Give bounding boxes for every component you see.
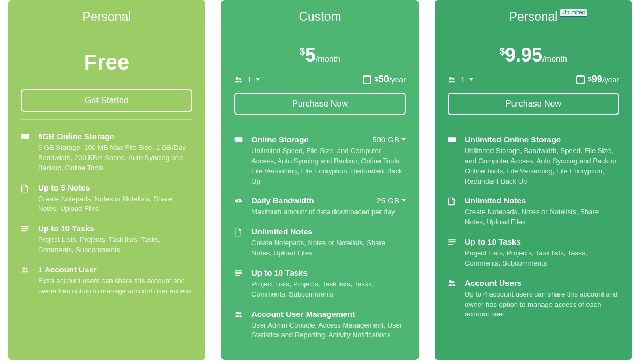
feature-header: Unlimited Online Storage [465, 135, 619, 144]
feature-title: Unlimited Notes [251, 227, 312, 236]
yearly-toggle[interactable]: $50/year [363, 74, 406, 85]
feature-header: Account User Management [251, 309, 406, 318]
feature-item: Up to 10 TasksProject Lists, Projects, T… [234, 263, 406, 304]
plan-title: Custom [234, 10, 406, 31]
note-icon [234, 227, 244, 259]
feature-body: Unlimited NotesCreate Notepads, Notes or… [465, 196, 619, 228]
feature-title: Account Users [465, 278, 522, 287]
users-selector[interactable]: 1 [234, 75, 260, 84]
chevron-down-icon [401, 199, 406, 202]
feature-description: Maximum amount of data downloaded per da… [251, 205, 406, 217]
feature-body: Up to 10 TasksProject Lists, Projects, T… [251, 268, 406, 300]
feature-value: 500 GB [372, 135, 399, 144]
tasks-icon [234, 268, 244, 300]
currency-symbol: $ [500, 46, 505, 57]
divider [21, 119, 192, 120]
plan-card-premium: PersonalUnlimited $9.95/month 1 $99/year… [435, 0, 632, 360]
feature-description: Unlimited Storage, Bandwidth, Speed, Fil… [465, 144, 619, 186]
feature-description: Create Notepads, Notes or Notelists, Sha… [38, 192, 192, 215]
price-period: /month [542, 54, 567, 63]
feature-body: Unlimited NotesCreate Notepads, Notes or… [251, 227, 406, 259]
feature-title: Daily Bandwidth [251, 196, 314, 205]
feature-description: Project Lists, Projects, Task lists, Tas… [38, 233, 192, 255]
feature-item: Daily Bandwidth25 GBMaximum amount of da… [234, 191, 406, 222]
plan-price: $5/month [234, 40, 406, 71]
currency-symbol: $ [375, 75, 378, 83]
price-period: /month [316, 54, 340, 63]
note-icon [21, 183, 31, 215]
checkbox-icon [576, 75, 585, 84]
feature-description: Extra account users can share this accou… [38, 274, 192, 297]
users-icon [234, 309, 244, 341]
chevron-down-icon [469, 78, 473, 81]
plan-price: Free [21, 40, 192, 89]
feature-title: 5GB Online Storage [38, 132, 114, 141]
yearly-toggle[interactable]: $99/year [576, 74, 619, 85]
get-started-button[interactable]: Get Started [21, 89, 192, 112]
currency-symbol: $ [300, 46, 305, 57]
unlimited-badge: Unlimited [560, 9, 587, 17]
feature-header: Unlimited Notes [465, 196, 619, 205]
feature-description: User Admin Console, Access Management, U… [251, 318, 406, 341]
purchase-now-button[interactable]: Purchase Now [448, 93, 619, 115]
feature-title: Unlimited Online Storage [465, 135, 561, 144]
feature-item: Up to 5 NotesCreate Notepads, Notes or N… [21, 178, 192, 219]
purchase-now-button[interactable]: Purchase Now [234, 93, 406, 115]
feature-item: 1 Account UserExtra account users can sh… [21, 260, 192, 301]
checkbox-icon [363, 75, 371, 84]
users-icon [21, 265, 31, 297]
feature-header: 1 Account User [38, 265, 192, 274]
feature-header: Online Storage500 GB [251, 135, 406, 144]
feature-header: Account Users [465, 278, 619, 287]
feature-item: Account User ManagementUser Admin Consol… [234, 304, 406, 345]
feature-value-selector[interactable]: 500 GB [372, 135, 406, 144]
plan-card-free: Personal Free Get Started 5GB Online Sto… [8, 0, 205, 360]
feature-header: Up to 10 Tasks [465, 237, 619, 246]
tasks-icon [448, 237, 457, 269]
feature-body: 5GB Online Storage5 GB Storage, 100 MB M… [38, 132, 192, 173]
note-icon [448, 196, 457, 228]
feature-header: Up to 10 Tasks [38, 224, 192, 233]
feature-value: 25 GB [376, 196, 399, 205]
feature-title: Up to 10 Tasks [465, 237, 521, 246]
feature-description: Project Lists, Projects, Task lists, Tas… [251, 277, 406, 300]
feature-header: Daily Bandwidth25 GB [251, 196, 406, 205]
feature-title: Unlimited Notes [465, 196, 526, 205]
feature-list: Unlimited Online StorageUnlimited Storag… [448, 130, 619, 324]
users-selector[interactable]: 1 [448, 75, 473, 84]
feature-body: Account UsersUp to 4 account users can s… [465, 278, 619, 320]
feature-value-selector[interactable]: 25 GB [376, 196, 406, 205]
users-icon [448, 76, 456, 84]
plan-title: Personal [21, 10, 192, 31]
feature-body: Up to 5 NotesCreate Notepads, Notes or N… [38, 183, 192, 215]
price-amount: 5 [305, 44, 316, 66]
yearly-period: /year [389, 75, 406, 84]
chevron-down-icon [401, 138, 406, 141]
feature-item: Up to 10 TasksProject Lists, Projects, T… [21, 218, 192, 260]
feature-description: Project Lists, Projects, Task lists, Tas… [465, 246, 619, 269]
yearly-period: /year [602, 75, 619, 84]
feature-item: Unlimited Online StorageUnlimited Storag… [448, 130, 619, 191]
pricing-row: Personal Free Get Started 5GB Online Sto… [0, 0, 640, 360]
currency-symbol: $ [588, 75, 592, 83]
feature-body: Unlimited Online StorageUnlimited Storag… [465, 135, 619, 186]
feature-item: Account UsersUp to 4 account users can s… [448, 273, 619, 324]
yearly-amount: 50 [378, 74, 389, 85]
divider [234, 33, 406, 33]
hdd-icon [21, 132, 31, 173]
users-icon [448, 278, 457, 320]
users-icon [234, 76, 243, 84]
feature-title: Up to 10 Tasks [38, 224, 94, 233]
feature-item: Unlimited NotesCreate Notepads, Notes or… [448, 191, 619, 232]
feature-header: 5GB Online Storage [38, 132, 192, 141]
options-row: 1 $99/year [448, 71, 619, 93]
users-value: 1 [247, 75, 251, 84]
feature-title: Account User Management [251, 309, 355, 318]
feature-title: Online Storage [251, 135, 309, 144]
feature-body: Up to 10 TasksProject Lists, Projects, T… [38, 224, 192, 255]
divider [448, 33, 619, 33]
feature-description: Create Notepads, Notes or Notelists, Sha… [251, 236, 406, 259]
feature-title: 1 Account User [38, 265, 96, 274]
divider [448, 123, 619, 123]
plan-price: $9.95/month [448, 40, 619, 71]
